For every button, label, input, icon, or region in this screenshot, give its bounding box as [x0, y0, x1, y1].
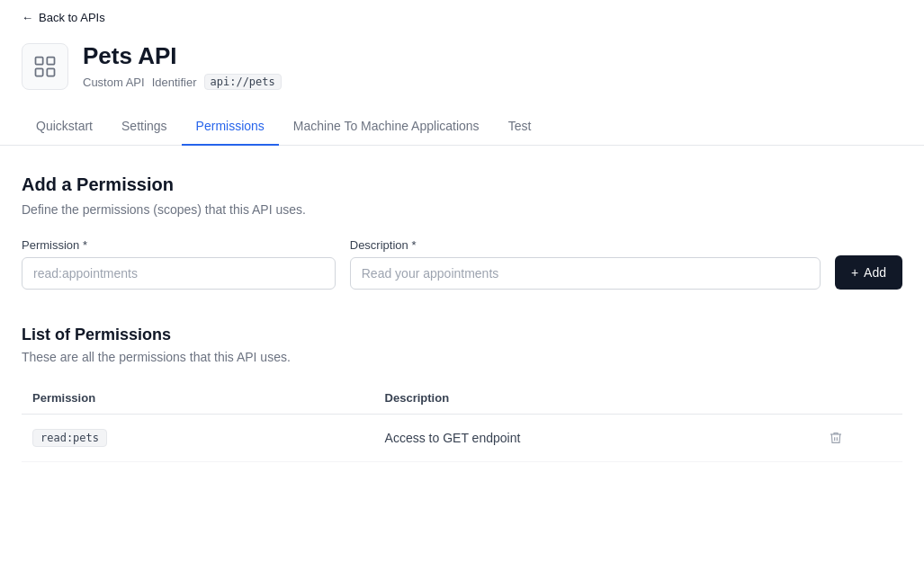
tab-quickstart[interactable]: Quickstart: [22, 108, 107, 146]
description-field: Description *: [350, 238, 821, 290]
list-title: List of Permissions: [22, 326, 902, 344]
api-title: Pets API: [83, 42, 282, 70]
tabs-nav: Quickstart Settings Permissions Machine …: [0, 108, 924, 146]
tab-m2m[interactable]: Machine To Machine Applications: [279, 108, 494, 146]
delete-permission-button[interactable]: [825, 427, 847, 449]
svg-rect-0: [36, 57, 43, 64]
list-permissions-section: List of Permissions These are all the pe…: [22, 326, 902, 462]
add-permission-form: Permission * Description * + Add: [22, 238, 902, 290]
description-input[interactable]: [350, 257, 821, 290]
trash-icon: [829, 431, 843, 445]
identifier-label: Identifier: [152, 76, 197, 89]
action-cell: [814, 415, 902, 462]
api-header: Pets API Custom API Identifier api://pet…: [0, 35, 924, 108]
col-description: Description: [374, 382, 815, 415]
main-content: Add a Permission Define the permissions …: [0, 146, 924, 491]
grid-icon: [32, 54, 58, 79]
permission-field: Permission *: [22, 238, 336, 290]
api-identifier-value: api://pets: [204, 74, 282, 90]
description-label: Description *: [350, 238, 821, 252]
back-label: Back to APIs: [39, 11, 105, 24]
table-row: read:pets Access to GET endpoint: [22, 415, 902, 462]
add-icon: +: [851, 265, 858, 280]
api-icon: [22, 43, 68, 90]
api-type: Custom API: [83, 76, 145, 89]
tab-permissions[interactable]: Permissions: [182, 108, 279, 146]
col-permission: Permission: [22, 382, 374, 415]
add-permission-title: Add a Permission: [22, 174, 902, 195]
list-desc: These are all the permissions that this …: [22, 350, 902, 364]
add-label: Add: [864, 265, 886, 280]
permission-cell: read:pets: [22, 415, 374, 462]
add-permission-section: Add a Permission Define the permissions …: [22, 174, 902, 290]
col-action: [814, 382, 902, 415]
svg-rect-3: [47, 68, 54, 76]
tab-test[interactable]: Test: [494, 108, 546, 146]
permissions-table: Permission Description read:pets Access …: [22, 382, 902, 462]
permission-badge: read:pets: [32, 429, 107, 447]
add-permission-desc: Define the permissions (scopes) that thi…: [22, 202, 902, 217]
description-cell: Access to GET endpoint: [374, 415, 815, 462]
permission-label: Permission *: [22, 238, 336, 252]
svg-rect-1: [47, 57, 54, 64]
api-meta: Custom API Identifier api://pets: [83, 74, 282, 90]
add-permission-button[interactable]: + Add: [835, 255, 902, 290]
permission-input[interactable]: [22, 257, 336, 290]
tab-settings[interactable]: Settings: [107, 108, 182, 146]
svg-rect-2: [36, 68, 43, 76]
back-arrow-icon: ←: [22, 11, 33, 24]
back-to-apis-link[interactable]: ← Back to APIs: [0, 0, 924, 35]
api-info: Pets API Custom API Identifier api://pet…: [83, 42, 282, 90]
